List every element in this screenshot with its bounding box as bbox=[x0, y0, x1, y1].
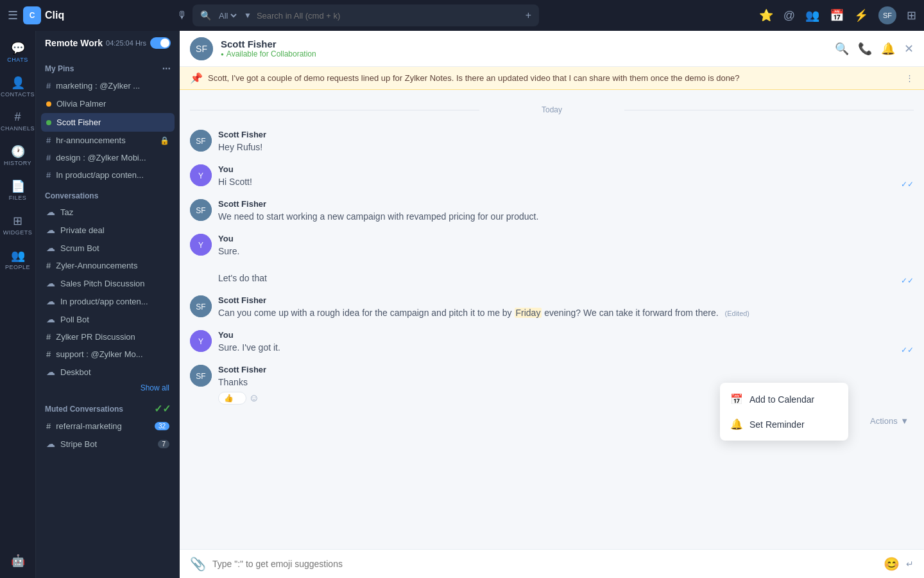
calendar-icon[interactable]: 📅 bbox=[830, 8, 844, 22]
send-icon[interactable]: ↵ bbox=[906, 559, 914, 569]
notif-more-icon[interactable]: ⋮ bbox=[905, 73, 914, 83]
muted-referral-badge: 32 bbox=[155, 422, 169, 430]
contact-olivia[interactable]: Olivia Palmer bbox=[41, 94, 175, 113]
conv-taz[interactable]: ☁ Taz bbox=[41, 203, 175, 221]
history-label: HISTORY bbox=[4, 160, 31, 166]
pin-item[interactable]: # marketing : @Zylker ... bbox=[41, 77, 175, 94]
conv-sales[interactable]: ☁ Sales Pitch Discussion bbox=[41, 274, 175, 292]
message-sender: Scott Fisher bbox=[218, 130, 914, 139]
conv-taz-name: Taz bbox=[60, 207, 73, 217]
context-menu-set-reminder[interactable]: 🔔 Set Reminder bbox=[720, 412, 848, 437]
sidebar-item-people[interactable]: 👥 PEOPLE bbox=[3, 243, 33, 276]
notification-icon[interactable]: 🔔 bbox=[881, 42, 895, 56]
hash-icon: # bbox=[46, 136, 51, 145]
message-content: Scott Fisher We need to start working a … bbox=[218, 199, 914, 223]
sidebar-item-widgets[interactable]: ⊞ WIDGETS bbox=[3, 209, 33, 241]
chat-contact-status: Available for Collaboration bbox=[221, 49, 827, 58]
conv-in-product[interactable]: ☁ In product/app conten... bbox=[41, 292, 175, 310]
conv-private-name: Private deal bbox=[60, 225, 105, 235]
channel-design[interactable]: # design : @Zylker Mobi... bbox=[41, 149, 175, 166]
conv-deskbot[interactable]: ☁ Deskbot bbox=[41, 363, 175, 381]
conv-icon: ☁ bbox=[46, 243, 55, 253]
grid-icon[interactable]: ⊞ bbox=[907, 8, 916, 22]
reaction-thumbsup[interactable]: 👍 1 bbox=[218, 392, 246, 405]
conv-private-deal[interactable]: ☁ Private deal bbox=[41, 221, 175, 239]
reaction-emoji: 👍 bbox=[224, 394, 234, 403]
hash-icon: # bbox=[46, 349, 51, 359]
message-tick: ✓✓ bbox=[901, 346, 914, 355]
context-menu-add-calendar[interactable]: 📅 Add to Calendar bbox=[720, 387, 848, 412]
conv-support[interactable]: # support : @Zylker Mo... bbox=[41, 346, 175, 363]
files-icon: 📄 bbox=[11, 179, 25, 193]
message-item: SF Scott Fisher Hey Rufus! bbox=[190, 130, 914, 154]
attach-icon[interactable]: 📎 bbox=[190, 556, 206, 572]
scott-avatar: SF bbox=[190, 199, 212, 221]
sidebar-item-channels[interactable]: # CHANNELS bbox=[3, 105, 33, 137]
add-to-calendar-label: Add to Calendar bbox=[749, 394, 814, 405]
channel-hr[interactable]: # hr-announcements 🔒 bbox=[41, 132, 175, 149]
sidebar-item-history[interactable]: 🕐 HISTORY bbox=[3, 139, 33, 171]
message-text: Sure. I've got it. bbox=[218, 341, 894, 355]
svg-text:SF: SF bbox=[196, 302, 205, 311]
muted-referral[interactable]: # referral-marketing 32 bbox=[41, 417, 175, 435]
top-bar: ☰ C Cliq 🎙 🔍 All ▼ + ⭐ @ 👥 📅 ⚡ SF ⊞ bbox=[0, 0, 924, 31]
toggle-button[interactable] bbox=[150, 37, 171, 49]
conv-scrum-bot[interactable]: ☁ Scrum Bot bbox=[41, 239, 175, 257]
workspace-name: Remote Work bbox=[45, 38, 103, 48]
muted-stripe[interactable]: ☁ Stripe Bot 7 bbox=[41, 435, 175, 453]
conv-zyler[interactable]: # Zyler-Announcements bbox=[41, 257, 175, 274]
conv-scrum-name: Scrum Bot bbox=[60, 243, 99, 253]
svg-text:Y: Y bbox=[198, 337, 203, 346]
sidebar-item-bot[interactable]: 🤖 bbox=[3, 548, 33, 573]
chat-header-avatar: SF bbox=[190, 37, 213, 60]
emoji-icon[interactable]: 😊 bbox=[884, 556, 900, 572]
search-filter-select[interactable]: All bbox=[216, 10, 239, 21]
conv-poll-name: Poll Bot bbox=[60, 315, 89, 324]
mic-icon[interactable]: 🎙 bbox=[177, 10, 187, 21]
sidebar-item-files[interactable]: 📄 FILES bbox=[3, 174, 33, 206]
message-tick: ✓✓ bbox=[901, 276, 914, 285]
hash-icon: # bbox=[46, 170, 51, 180]
main-layout: 💬 CHATS 👤 CONTACTS # CHANNELS 🕐 HISTORY … bbox=[0, 31, 924, 578]
close-chat-icon[interactable]: ✕ bbox=[904, 42, 914, 56]
message-text: We need to start working a new campaign … bbox=[218, 210, 914, 223]
pins-more-icon[interactable]: ··· bbox=[162, 63, 171, 74]
user-avatar[interactable]: SF bbox=[878, 6, 896, 24]
message-item: SF Scott Fisher Can you come up with a r… bbox=[190, 295, 914, 320]
show-all-button[interactable]: Show all bbox=[41, 381, 175, 395]
channel-product[interactable]: # In product/app conten... bbox=[41, 166, 175, 184]
search-add-button[interactable]: + bbox=[526, 10, 531, 21]
conv-icon: ☁ bbox=[46, 439, 55, 449]
you-avatar: Y bbox=[190, 164, 212, 186]
contacts-icon[interactable]: 👥 bbox=[805, 8, 819, 22]
actions-button[interactable]: Actions bbox=[870, 416, 898, 426]
conv-deskbot-name: Deskbot bbox=[60, 367, 91, 377]
lightning-icon[interactable]: ⚡ bbox=[854, 8, 868, 22]
contact-scott[interactable]: Scott Fisher bbox=[41, 113, 175, 132]
message-input[interactable] bbox=[212, 559, 877, 569]
message-text: Hey Rufus! bbox=[218, 141, 914, 154]
people-label: PEOPLE bbox=[5, 264, 30, 270]
hamburger-icon[interactable]: ☰ bbox=[8, 8, 18, 22]
chat-header-info: Scott Fisher Available for Collaboration bbox=[221, 39, 827, 58]
conversations-section: Conversations bbox=[41, 184, 175, 203]
message-text: Sure. Let's do that bbox=[218, 245, 894, 285]
hash-icon: # bbox=[46, 332, 51, 342]
conv-poll-bot[interactable]: ☁ Poll Bot bbox=[41, 310, 175, 328]
conv-zylker-pr[interactable]: # Zylker PR Discussion bbox=[41, 328, 175, 346]
reaction-add-button[interactable]: ☺ bbox=[249, 392, 259, 404]
mention-icon[interactable]: @ bbox=[783, 9, 795, 22]
star-icon[interactable]: ⭐ bbox=[759, 8, 773, 22]
you-avatar: Y bbox=[190, 330, 212, 352]
app-logo-icon: C bbox=[23, 6, 41, 24]
sidebar-item-chats[interactable]: 💬 CHATS bbox=[3, 36, 33, 68]
search-input[interactable] bbox=[257, 11, 518, 21]
context-menu: 📅 Add to Calendar 🔔 Set Reminder bbox=[720, 383, 848, 441]
message-item: SF Scott Fisher We need to start working… bbox=[190, 199, 914, 223]
notification-bar: 📌 Scott, I've got a couple of demo reque… bbox=[180, 67, 924, 90]
call-icon[interactable]: 📞 bbox=[858, 42, 872, 56]
search-chat-icon[interactable]: 🔍 bbox=[835, 42, 849, 56]
message-sender: Scott Fisher bbox=[218, 295, 914, 305]
sidebar-item-contacts[interactable]: 👤 CONTACTS bbox=[3, 71, 33, 103]
message-sender: You bbox=[218, 234, 894, 243]
